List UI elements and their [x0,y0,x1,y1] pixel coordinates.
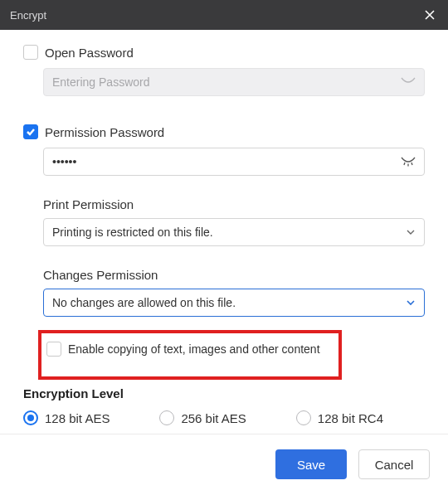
eye-icon [401,76,416,88]
eye-icon[interactable] [401,156,416,167]
changes-permission-select[interactable]: No changes are allowed on this file. [43,289,425,317]
radio-label-aes256: 256 bit AES [181,411,246,425]
cancel-button[interactable]: Cancel [358,449,430,479]
close-button[interactable] [421,7,438,23]
titlebar: Encrypt [0,0,448,30]
dialog-footer: Save Cancel [0,434,448,494]
open-password-field: Entering Password [43,68,425,96]
close-icon [424,9,436,21]
radio-button-aes128[interactable] [23,410,38,425]
save-button-label: Save [297,458,325,472]
save-button[interactable]: Save [275,449,347,479]
permission-password-label: Permission Password [45,125,164,139]
permission-password-row: Permission Password [23,124,425,139]
chevron-down-icon [406,298,416,308]
radio-aes256[interactable]: 256 bit AES [159,410,246,425]
svg-line-0 [404,163,405,165]
radio-aes128[interactable]: 128 bit AES [23,410,110,425]
svg-line-2 [411,163,412,165]
cancel-button-label: Cancel [375,458,414,472]
open-password-placeholder: Entering Password [52,75,150,89]
permission-password-field[interactable]: •••••• [43,148,425,176]
print-permission-select[interactable]: Printing is restricted on this file. [43,218,425,246]
print-permission-title: Print Permission [43,197,425,211]
changes-permission-value: No changes are allowed on this file. [52,296,236,309]
dialog-title: Encrypt [10,9,46,22]
radio-label-aes128: 128 bit AES [45,411,110,425]
permission-password-checkbox[interactable] [23,124,38,139]
open-password-label: Open Password [45,46,134,60]
open-password-checkbox[interactable] [23,45,38,60]
encryption-level-title: Encryption Level [23,386,425,400]
radio-button-aes256[interactable] [159,410,174,425]
dialog-content: Open Password Entering Password Permissi… [0,30,448,434]
radio-button-rc4128[interactable] [296,410,311,425]
chevron-down-icon [406,227,416,237]
open-password-group: Entering Password [23,68,425,96]
radio-rc4128[interactable]: 128 bit RC4 [296,410,383,425]
changes-permission-title: Changes Permission [43,268,425,282]
enable-copy-highlight: Enable copying of text, images and other… [38,330,342,380]
enable-copy-checkbox[interactable] [46,342,61,357]
enable-copy-label: Enable copying of text, images and other… [68,342,320,356]
permission-password-value: •••••• [52,155,76,168]
enable-copy-row: Enable copying of text, images and other… [46,342,334,357]
print-permission-value: Printing is restricted on this file. [52,226,213,239]
permission-password-group: •••••• Print Permission Printing is rest… [23,148,425,380]
open-password-row: Open Password [23,45,425,60]
encryption-options: 128 bit AES 256 bit AES 128 bit RC4 [23,410,425,425]
radio-label-rc4128: 128 bit RC4 [318,411,383,425]
